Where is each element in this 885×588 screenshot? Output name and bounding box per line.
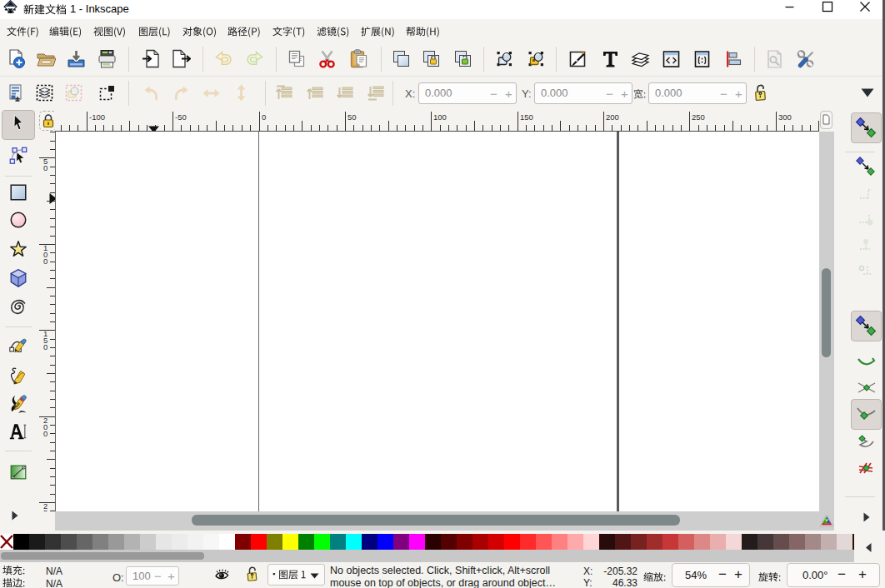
svg-text:5: 5	[43, 508, 48, 512]
svg-text:200: 200	[606, 112, 619, 122]
svg-text:0: 0	[43, 163, 48, 172]
svg-text:0: 0	[43, 429, 48, 438]
svg-text:-50: -50	[175, 112, 187, 122]
svg-text:100: 100	[433, 112, 447, 122]
svg-text:250: 250	[692, 112, 705, 122]
svg-text:-100: -100	[89, 112, 105, 122]
svg-text:0: 0	[43, 342, 48, 351]
svg-text:0: 0	[43, 257, 48, 266]
svg-text:50: 50	[348, 112, 357, 122]
svg-text:0: 0	[262, 112, 266, 122]
svg-text:150: 150	[520, 112, 533, 122]
svg-text:300: 300	[778, 112, 792, 122]
